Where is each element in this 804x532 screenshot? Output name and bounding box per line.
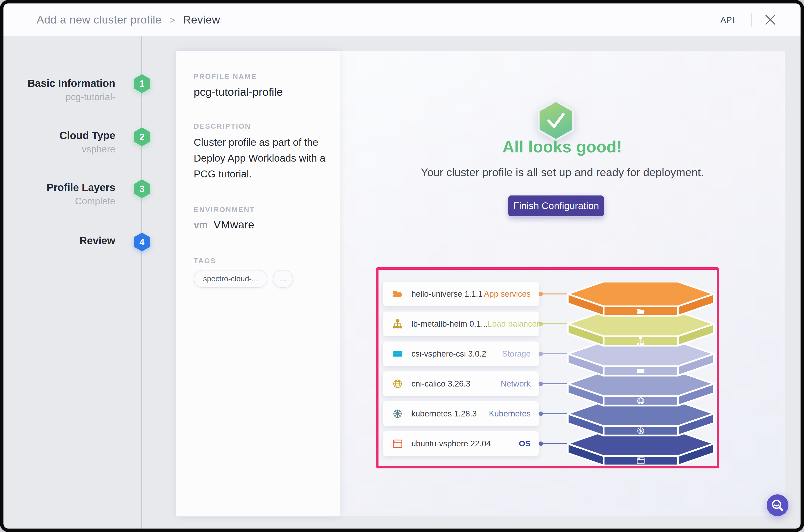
step-badge-2[interactable]: 2 (134, 128, 150, 146)
step-profile-layers[interactable]: Profile Layers Complete (12, 182, 115, 207)
header-divider (751, 13, 752, 27)
step-badge-3[interactable]: 3 (134, 179, 150, 198)
tags-row: spectro-cloud-... ... (194, 270, 340, 288)
sitemap-icon (392, 319, 403, 329)
svg-text:4: 4 (139, 237, 145, 247)
header: Add a new cluster profile > Review API (3, 3, 801, 36)
step-basic-information[interactable]: Basic Information pcg-tutorial- (12, 77, 115, 102)
profile-summary-panel: PROFILE NAME pcg-tutorial-profile DESCRI… (176, 51, 340, 516)
layer-name: csi-vsphere-csi 3.0.2 (411, 349, 486, 359)
description-label: DESCRIPTION (194, 122, 340, 130)
stack-slab-network (568, 372, 714, 405)
success-headline: All looks good! (340, 137, 785, 156)
breadcrumb-parent-link[interactable]: Add a new cluster profile (37, 13, 161, 26)
tags-label: TAGS (194, 257, 340, 265)
app-window: Add a new cluster profile > Review API B… (3, 3, 801, 529)
screenshot-frame: Add a new cluster profile > Review API B… (0, 0, 804, 532)
step-badge-1[interactable]: 1 (134, 74, 150, 93)
layer-category: App services (484, 289, 531, 299)
layer-name: ubuntu-vsphere 22.04 (411, 439, 491, 448)
layer-category: Load balancer (487, 319, 539, 329)
step-title: Cloud Type (12, 130, 115, 141)
step-title: Basic Information (12, 77, 115, 89)
environment-row: vm VMware (194, 218, 340, 231)
layer-row-network[interactable]: cni-calico 3.26.3 Network (383, 372, 539, 396)
layer-category: Kubernetes (489, 409, 531, 418)
step-title: Review (12, 235, 115, 247)
step-subtitle: Complete (12, 196, 115, 207)
globe-icon (392, 378, 403, 389)
profile-layers-highlight-box: hello-universe 1.1.1 App services lb-met… (376, 267, 719, 469)
environment-label: ENVIRONMENT (194, 206, 340, 214)
window-icon (392, 438, 403, 449)
stack-slab-storage (568, 341, 714, 376)
svg-text:1: 1 (139, 79, 145, 89)
tag-overflow-chip[interactable]: ... (273, 270, 293, 288)
svg-text:3: 3 (139, 184, 145, 194)
environment-value: VMware (213, 218, 254, 231)
connector-os (539, 443, 569, 444)
step-title: Profile Layers (12, 182, 115, 193)
layer-name: hello-universe 1.1.1 (411, 289, 483, 299)
connector-app-services (539, 293, 569, 294)
api-link[interactable]: API (721, 15, 735, 25)
layer-category: Network (501, 379, 531, 388)
breadcrumb-current: Review (183, 13, 220, 26)
layer-category: Storage (502, 349, 531, 359)
breadcrumb-separator: > (169, 15, 175, 25)
layer-row-storage[interactable]: csi-vsphere-csi 3.0.2 Storage (383, 341, 539, 366)
review-panel: All looks good! Your cluster profile is … (340, 51, 785, 516)
hard-drive-icon (392, 348, 403, 359)
svg-text:2: 2 (139, 132, 145, 142)
layer-name: cni-calico 3.26.3 (411, 379, 470, 388)
step-subtitle: vsphere (12, 144, 115, 155)
connector-storage (539, 353, 569, 354)
layer-stack-illustration (567, 282, 715, 466)
search-fab-button[interactable] (767, 494, 788, 516)
tag-chip[interactable]: spectro-cloud-... (194, 270, 267, 288)
description-value: Cluster profile as part of the Deploy Ap… (194, 134, 336, 182)
layer-name: lb-metallb-helm 0.1... (411, 319, 487, 329)
layer-name: kubernetes 1.28.3 (411, 409, 477, 418)
success-subheadline: Your cluster profile is all set up and r… (340, 166, 785, 179)
connector-kubernetes (539, 413, 569, 414)
step-badge-4[interactable]: 4 (134, 233, 150, 251)
layer-row-kubernetes[interactable]: kubernetes 1.28.3 Kubernetes (383, 401, 539, 426)
profile-name-label: PROFILE NAME (194, 73, 340, 81)
connector-network (539, 383, 569, 384)
stack-slab-app-services (568, 282, 714, 316)
layer-row-os[interactable]: ubuntu-vsphere 22.04 OS (383, 431, 539, 456)
step-subtitle: pcg-tutorial- (12, 92, 115, 102)
layer-row-load-balancer[interactable]: lb-metallb-helm 0.1... Load balancer (383, 311, 539, 336)
vmware-icon: vm (194, 219, 208, 230)
stepper-timeline (141, 36, 142, 529)
stack-slab-load-balancer (568, 311, 714, 346)
layer-row-app-services[interactable]: hello-universe 1.1.1 App services (383, 282, 539, 306)
layer-category: OS (519, 439, 531, 448)
profile-name-value: pcg-tutorial-profile (194, 86, 340, 98)
step-cloud-type[interactable]: Cloud Type vsphere (12, 130, 115, 155)
connector-load-balancer (539, 323, 569, 324)
step-review[interactable]: Review (12, 235, 115, 247)
folder-open-icon (392, 288, 403, 299)
success-check-icon (537, 100, 574, 141)
finish-configuration-button[interactable]: Finish Configuration (509, 195, 604, 216)
close-icon[interactable] (764, 14, 776, 26)
breadcrumb: Add a new cluster profile > Review (37, 13, 220, 26)
kubernetes-icon (392, 408, 403, 419)
stack-slab-kubernetes (568, 401, 714, 436)
stack-slab-os (568, 431, 714, 466)
